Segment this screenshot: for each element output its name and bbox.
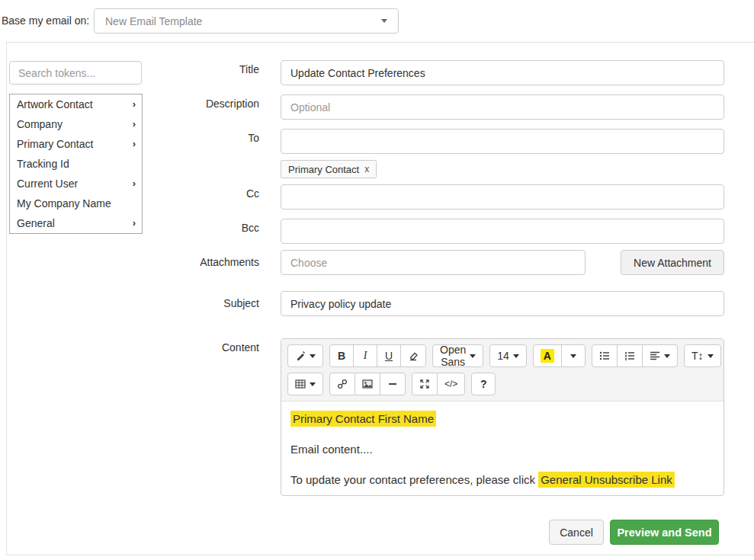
token-item-label: Primary Contact bbox=[17, 138, 93, 150]
remove-tag-icon[interactable]: x bbox=[364, 164, 369, 174]
content-text: Email content.... bbox=[290, 443, 373, 456]
content-line: To update your contact preferences, plea… bbox=[290, 472, 714, 488]
editor-content-area[interactable]: Primary Contact First Name Email content… bbox=[281, 402, 724, 496]
description-label: Description bbox=[114, 98, 259, 110]
token-item-label: General bbox=[17, 217, 55, 229]
chevron-down-icon bbox=[570, 354, 576, 358]
toolbar-row-1: B I U Open Sans 14 bbox=[287, 344, 717, 367]
font-color-swatch: A bbox=[541, 349, 554, 363]
token-item-label: Company bbox=[17, 118, 63, 130]
help-label: ? bbox=[480, 378, 487, 390]
chevron-down-icon bbox=[513, 354, 519, 358]
cc-input[interactable] bbox=[281, 184, 724, 210]
to-input[interactable] bbox=[281, 129, 724, 154]
table-icon bbox=[295, 379, 306, 389]
insert-link-button[interactable] bbox=[329, 373, 355, 395]
token-item-label: Current User bbox=[17, 178, 78, 190]
bold-button[interactable]: B bbox=[329, 344, 354, 367]
underline-button[interactable]: U bbox=[377, 344, 401, 367]
font-color-button[interactable]: A bbox=[533, 344, 562, 367]
token-highlight: Primary Contact First Name bbox=[290, 411, 436, 427]
image-icon bbox=[362, 379, 373, 389]
chevron-down-icon bbox=[310, 382, 316, 386]
table-button[interactable] bbox=[287, 373, 323, 395]
toolbar-row-2: </> ? bbox=[287, 373, 717, 395]
italic-button[interactable]: I bbox=[353, 344, 377, 367]
token-menu: Artwork Contact › Company › Primary Cont… bbox=[9, 94, 143, 234]
font-size-button[interactable]: 14 bbox=[489, 344, 527, 367]
description-input[interactable] bbox=[281, 94, 724, 120]
ordered-list-button[interactable] bbox=[617, 344, 643, 367]
subject-input[interactable] bbox=[281, 291, 724, 316]
font-color-dropdown-button[interactable] bbox=[561, 344, 586, 367]
content-line: Email content.... bbox=[290, 441, 714, 457]
token-item-label: Tracking Id bbox=[17, 158, 69, 170]
magic-pen-icon bbox=[295, 350, 306, 361]
content-line: Primary Contact First Name bbox=[290, 411, 714, 427]
horizontal-rule-button[interactable] bbox=[380, 373, 406, 395]
base-email-on-label: Base my email on: bbox=[2, 14, 89, 27]
tag-label: Primary Contact bbox=[288, 164, 359, 175]
ordered-list-icon bbox=[624, 350, 635, 361]
clear-formatting-button[interactable] bbox=[400, 344, 426, 367]
attachments-input[interactable] bbox=[281, 250, 586, 275]
editor-toolbar: B I U Open Sans 14 bbox=[281, 339, 724, 402]
code-view-button[interactable]: </> bbox=[437, 373, 465, 395]
attachments-label: Attachments bbox=[114, 256, 259, 268]
token-highlight: General Unsubscribe Link bbox=[538, 472, 675, 488]
token-item-tracking-id[interactable]: Tracking Id bbox=[10, 154, 142, 174]
fullscreen-button[interactable] bbox=[412, 373, 438, 395]
unordered-list-icon bbox=[599, 350, 610, 361]
cancel-button[interactable]: Cancel bbox=[549, 520, 604, 545]
paragraph-align-button[interactable] bbox=[642, 344, 678, 367]
help-button[interactable]: ? bbox=[471, 373, 496, 395]
cc-label: Cc bbox=[114, 187, 259, 200]
font-family-button[interactable]: Open Sans bbox=[432, 344, 483, 367]
content-label: Content bbox=[114, 341, 259, 354]
token-item-label: My Company Name bbox=[17, 197, 111, 210]
preview-and-send-button[interactable]: Preview and Send bbox=[610, 520, 719, 545]
title-input[interactable] bbox=[281, 60, 724, 85]
bcc-label: Bcc bbox=[114, 222, 259, 234]
font-size-value: 14 bbox=[497, 350, 509, 362]
content-text: To update your contact preferences, plea… bbox=[290, 473, 538, 486]
token-item-label: Artwork Contact bbox=[17, 98, 93, 110]
eraser-icon bbox=[408, 350, 419, 361]
subject-label: Subject bbox=[114, 297, 259, 309]
base-template-select[interactable]: New Email Template bbox=[94, 8, 399, 34]
chevron-down-icon bbox=[664, 354, 670, 358]
title-label: Title bbox=[114, 63, 259, 75]
style-magic-button[interactable] bbox=[287, 344, 323, 367]
bcc-input[interactable] bbox=[281, 219, 724, 244]
fullscreen-arrows-icon bbox=[419, 379, 430, 389]
base-template-selected-value: New Email Template bbox=[105, 15, 381, 27]
font-family-value: Open Sans bbox=[440, 344, 466, 368]
code-view-label: </> bbox=[444, 379, 457, 389]
horizontal-rule-icon bbox=[387, 379, 398, 389]
to-label: To bbox=[114, 132, 259, 144]
new-attachment-button[interactable]: New Attachment bbox=[621, 250, 724, 275]
email-compose-screen: Base my email on: New Email Template Art… bbox=[0, 0, 754, 560]
insert-image-button[interactable] bbox=[355, 373, 380, 395]
line-height-button[interactable]: T↕ bbox=[684, 344, 721, 367]
link-icon bbox=[337, 379, 348, 389]
unordered-list-button[interactable] bbox=[592, 344, 618, 367]
line-height-label: T↕ bbox=[691, 350, 704, 362]
chevron-down-icon bbox=[470, 354, 476, 358]
align-left-icon bbox=[650, 350, 660, 361]
chevron-down-icon bbox=[310, 354, 316, 358]
chevron-down-icon bbox=[381, 19, 387, 23]
to-recipient-tag: Primary Contact x bbox=[281, 160, 377, 178]
content-editor: B I U Open Sans 14 bbox=[281, 338, 724, 496]
chevron-down-icon bbox=[707, 354, 714, 358]
